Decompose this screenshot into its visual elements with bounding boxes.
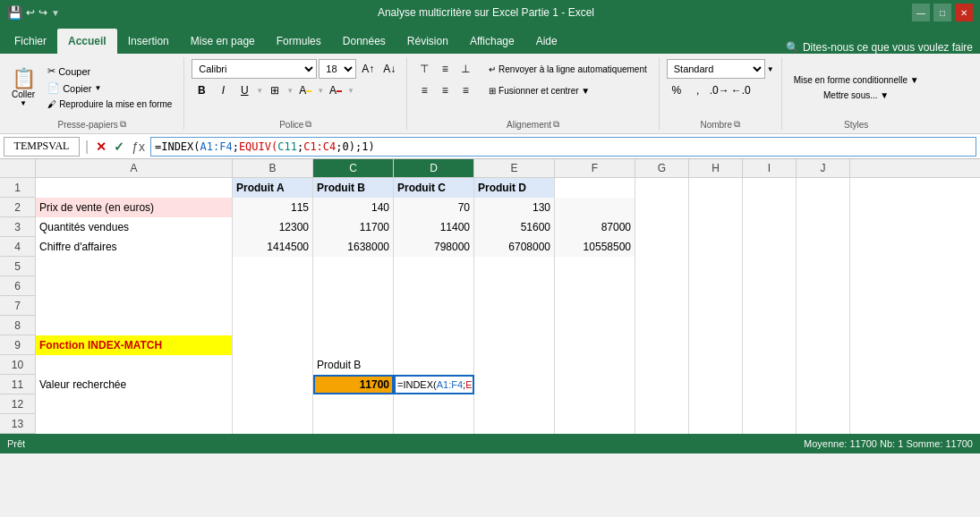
cell-B1[interactable]: Produit A	[233, 178, 313, 198]
cell-H8[interactable]	[689, 316, 743, 335]
cell-G3[interactable]	[635, 217, 689, 237]
cell-D5[interactable]	[394, 257, 474, 276]
col-header-H[interactable]: H	[689, 159, 743, 177]
cell-G6[interactable]	[635, 276, 689, 296]
cell-A13[interactable]	[36, 414, 233, 434]
cell-B7[interactable]	[233, 296, 313, 316]
cell-G13[interactable]	[635, 414, 689, 434]
cell-D1[interactable]: Produit C	[394, 178, 474, 198]
align-top-button[interactable]: ⊤	[414, 59, 434, 79]
cell-C10[interactable]: Produit B	[313, 355, 394, 375]
redo-icon[interactable]: ↪	[38, 6, 47, 19]
maximize-button[interactable]: □	[933, 4, 951, 21]
row-header-13[interactable]: 13	[0, 414, 35, 434]
row-header-8[interactable]: 8	[0, 316, 35, 335]
cell-E5[interactable]	[474, 257, 555, 276]
col-header-E[interactable]: E	[474, 159, 555, 177]
cell-J11[interactable]	[797, 375, 850, 394]
font-size-decrease-button[interactable]: A↓	[379, 59, 399, 79]
decrease-decimal-button[interactable]: ←.0	[731, 81, 751, 100]
cell-J7[interactable]	[797, 296, 850, 316]
row-header-7[interactable]: 7	[0, 296, 35, 316]
cell-J4[interactable]	[797, 237, 850, 257]
row-header-9[interactable]: 9	[0, 335, 35, 355]
couper-button[interactable]: ✂ Couper	[43, 64, 176, 79]
font-size-increase-button[interactable]: A↑	[358, 59, 378, 79]
cell-C4[interactable]: 1638000	[313, 237, 394, 257]
col-header-A[interactable]: A	[36, 159, 233, 177]
font-size-select[interactable]: 18	[319, 59, 356, 79]
cell-B11[interactable]	[233, 375, 313, 394]
cell-I3[interactable]	[743, 217, 797, 237]
cell-D7[interactable]	[394, 296, 474, 316]
cell-E1[interactable]: Produit D	[474, 178, 555, 198]
cell-E9[interactable]	[474, 335, 555, 355]
cell-H10[interactable]	[689, 355, 743, 375]
cell-E2[interactable]: 130	[474, 198, 555, 217]
tab-fichier[interactable]: Fichier	[4, 29, 57, 54]
cell-J12[interactable]	[797, 394, 850, 414]
cell-J1[interactable]	[797, 178, 850, 198]
cell-D4[interactable]: 798000	[394, 237, 474, 257]
cell-C13[interactable]	[313, 414, 394, 434]
cell-F1[interactable]	[555, 178, 635, 198]
cell-A5[interactable]	[36, 257, 233, 276]
cell-D11[interactable]: =INDEX(A1:F4;EQUIV(C11;C1:C4;0);1)	[394, 375, 474, 394]
coller-button[interactable]: 📋 Coller ▼	[7, 65, 39, 110]
cell-C5[interactable]	[313, 257, 394, 276]
cell-A10[interactable]	[36, 355, 233, 375]
mise-en-forme-conditionnelle-button[interactable]: Mise en forme conditionnelle ▼	[789, 73, 924, 87]
cell-F5[interactable]	[555, 257, 635, 276]
cell-G12[interactable]	[635, 394, 689, 414]
cell-C3[interactable]: 11700	[313, 217, 394, 237]
cell-C8[interactable]	[313, 316, 394, 335]
cell-I4[interactable]	[743, 237, 797, 257]
minimize-button[interactable]: —	[912, 4, 930, 21]
row-header-5[interactable]: 5	[0, 257, 35, 276]
cell-F3[interactable]: 87000	[555, 217, 635, 237]
cell-H3[interactable]	[689, 217, 743, 237]
cell-H11[interactable]	[689, 375, 743, 394]
cell-A12[interactable]	[36, 394, 233, 414]
cell-C11[interactable]: 11700	[313, 375, 394, 394]
row-header-6[interactable]: 6	[0, 276, 35, 296]
name-box[interactable]	[4, 137, 80, 157]
cell-I5[interactable]	[743, 257, 797, 276]
cell-H4[interactable]	[689, 237, 743, 257]
cell-H12[interactable]	[689, 394, 743, 414]
cell-C12[interactable]	[313, 394, 394, 414]
cell-F2[interactable]	[555, 198, 635, 217]
cell-E13[interactable]	[474, 414, 555, 434]
cell-B5[interactable]	[233, 257, 313, 276]
cell-H9[interactable]	[689, 335, 743, 355]
cell-A1[interactable]	[36, 178, 233, 198]
cell-G8[interactable]	[635, 316, 689, 335]
save-icon[interactable]: 💾	[7, 5, 22, 20]
align-bottom-button[interactable]: ⊥	[456, 59, 475, 79]
cell-G7[interactable]	[635, 296, 689, 316]
cell-F4[interactable]: 10558500	[555, 237, 635, 257]
cell-B2[interactable]: 115	[233, 198, 313, 217]
cell-A2[interactable]: Prix de vente (en euros)	[36, 198, 233, 217]
cell-J13[interactable]	[797, 414, 850, 434]
cell-C2[interactable]: 140	[313, 198, 394, 217]
row-header-12[interactable]: 12	[0, 394, 35, 414]
cell-A7[interactable]	[36, 296, 233, 316]
cell-D6[interactable]	[394, 276, 474, 296]
row-header-11[interactable]: 11	[0, 375, 35, 394]
insert-function-button[interactable]: ƒx	[130, 140, 147, 154]
cell-I13[interactable]	[743, 414, 797, 434]
cell-F7[interactable]	[555, 296, 635, 316]
col-header-J[interactable]: J	[797, 159, 850, 177]
cell-E3[interactable]: 51600	[474, 217, 555, 237]
tab-formules[interactable]: Formules	[266, 29, 332, 54]
tab-donnees[interactable]: Données	[332, 29, 396, 54]
cell-A6[interactable]	[36, 276, 233, 296]
tab-affichage[interactable]: Affichage	[459, 29, 525, 54]
cell-F11[interactable]	[555, 375, 635, 394]
cell-B8[interactable]	[233, 316, 313, 335]
cell-E10[interactable]	[474, 355, 555, 375]
cell-E6[interactable]	[474, 276, 555, 296]
cell-J10[interactable]	[797, 355, 850, 375]
wrap-text-button[interactable]: ↵ Renvoyer à la ligne automatiquement	[484, 59, 651, 79]
